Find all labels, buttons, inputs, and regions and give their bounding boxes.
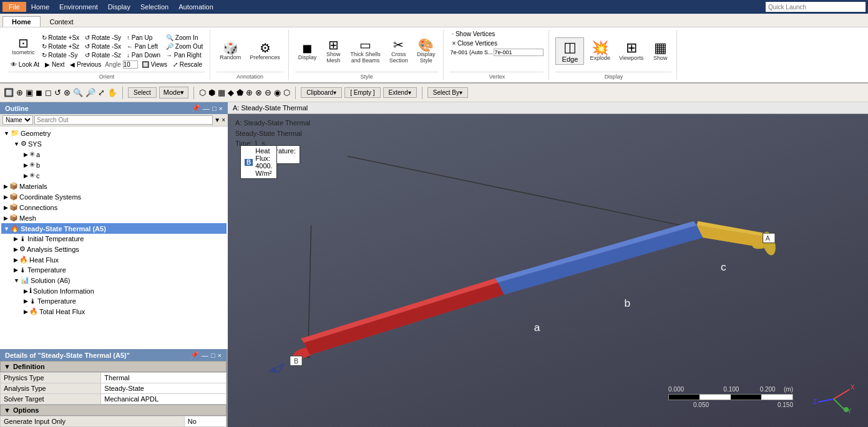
expand-icon-c[interactable]: ▶	[24, 173, 28, 179]
row-value[interactable]: Thermal	[101, 373, 227, 383]
automation-menu[interactable]: Automation	[173, 2, 218, 12]
pan-up-btn[interactable]: ↑ Pan Up	[125, 34, 162, 42]
tree-item-total-heat-flux[interactable]: ▶🔥Total Heat Flux	[1, 306, 227, 317]
sel-icon4[interactable]: ⊗	[255, 88, 262, 97]
look-at-btn[interactable]: 👁 Look At	[9, 60, 41, 69]
row-value[interactable]: Mechanical APDL	[101, 394, 227, 405]
sel-icon5[interactable]: ⊖	[265, 88, 271, 97]
rotate-nsx-btn[interactable]: ↺ Rotate -Sy	[83, 34, 123, 42]
details-pin-btn[interactable]: 📌	[190, 351, 199, 359]
tree-item-solution-a6[interactable]: ▼📊Solution (A6)	[1, 275, 227, 285]
next-btn[interactable]: ▶ Next	[43, 60, 66, 69]
expand-icon-solution-info[interactable]: ▶	[24, 288, 28, 294]
expand-icon-temperature2[interactable]: ▶	[24, 298, 28, 304]
row-value[interactable]: Steady-State	[101, 383, 227, 394]
sel-icon2[interactable]: ⬟	[237, 88, 243, 97]
show-vertices-btn[interactable]: · Show Vertices	[450, 30, 497, 38]
expand-icon-a[interactable]: ▶	[24, 151, 28, 158]
empty-btn[interactable]: [ Empty ]	[344, 87, 380, 98]
tree-item-mesh[interactable]: ▶📦Mesh	[1, 213, 227, 223]
search-clear-icon[interactable]: ×	[222, 117, 225, 123]
viewports-btn[interactable]: ⊞ Viewports	[616, 39, 646, 63]
select-edge-icon[interactable]: ⬢	[208, 88, 215, 97]
details-close-btn[interactable]: ×	[218, 351, 222, 359]
tree-item-temperature2[interactable]: ▶🌡Temperature	[1, 296, 227, 306]
expand-icon-b[interactable]: ▶	[24, 162, 28, 168]
rotate-psy-btn[interactable]: ↻ Rotate -Sy	[40, 51, 82, 59]
random-btn[interactable]: 🎲 Random	[217, 40, 244, 62]
select-vert-icon[interactable]: ⬡	[199, 88, 206, 97]
outline-close-btn[interactable]: ×	[219, 104, 223, 112]
tab-context[interactable]: Context	[41, 16, 83, 27]
select-body-icon[interactable]: ◆	[228, 88, 234, 97]
preferences-btn[interactable]: ⚙ Preferences	[246, 40, 283, 62]
tab-home[interactable]: Home	[2, 16, 41, 27]
angle-input[interactable]	[123, 60, 138, 69]
close-vertices-btn[interactable]: × Close Vertices	[450, 39, 499, 47]
file-menu[interactable]: File	[2, 2, 26, 12]
center-icon[interactable]: ⊛	[64, 88, 71, 97]
pan-icon[interactable]: ✋	[107, 88, 117, 97]
select-toolbar-btn[interactable]: Select	[128, 87, 157, 98]
show-mesh-btn[interactable]: ⊞ ShowMesh	[322, 37, 344, 65]
quick-launch-input[interactable]	[766, 2, 866, 12]
show-btn[interactable]: ▦ Show	[649, 39, 671, 63]
explode-btn[interactable]: 💥 Explode	[587, 39, 613, 63]
tree-item-a[interactable]: ▶✳a	[1, 149, 227, 160]
tree-item-steady-state[interactable]: ▼🔥Steady-State Thermal (A5)	[1, 223, 227, 234]
vertex-input[interactable]	[494, 49, 544, 56]
zoom-box-icon[interactable]: 🔲	[4, 88, 14, 97]
cross-section-btn[interactable]: ✂ CrossSection	[386, 37, 411, 65]
thick-shells-btn[interactable]: ▭ Thick Shellsand Beams	[347, 37, 384, 65]
extend-btn[interactable]: Extend▾	[383, 87, 417, 98]
expand-icon-heat-flux[interactable]: ▶	[14, 257, 18, 263]
wire-icon[interactable]: ◻	[45, 88, 52, 97]
select-face-icon[interactable]: ▦	[218, 88, 225, 97]
fit-icon[interactable]: ⤢	[98, 88, 105, 97]
search-input[interactable]	[34, 115, 213, 125]
rotate-psx-btn[interactable]: ↻ Rotate +Sx	[40, 34, 82, 42]
previous-btn[interactable]: ◀ Previous	[68, 60, 103, 69]
tree-item-materials[interactable]: ▶📦Materials	[1, 181, 227, 191]
tree-item-b[interactable]: ▶✳b	[1, 160, 227, 170]
expand-icon-analysis-settings[interactable]: ▶	[14, 246, 18, 252]
details-min-btn[interactable]: —	[202, 351, 208, 359]
edge-btn[interactable]: ◫ Edge	[555, 37, 584, 65]
expand-icon-geometry[interactable]: ▼	[4, 130, 9, 137]
expand-icon-coord-sys[interactable]: ▶	[4, 194, 8, 200]
tree-item-solution-info[interactable]: ▶ℹSolution Information	[1, 285, 227, 296]
zoom-in-btn[interactable]: 🔍 Zoom In	[164, 34, 205, 42]
display-style-btn[interactable]: 🎨 DisplayStyle	[414, 37, 439, 65]
environment-menu[interactable]: Environment	[54, 2, 103, 12]
expand-icon-total-heat-flux[interactable]: ▶	[24, 309, 28, 315]
expand-icon-solution-a6[interactable]: ▼	[14, 277, 19, 284]
sel-icon6[interactable]: ◉	[274, 88, 281, 97]
tree-item-geometry[interactable]: ▼📁Geometry	[1, 128, 227, 138]
select-by-btn[interactable]: Select By▾	[427, 87, 468, 98]
mode-dropdown[interactable]: Mode▾	[159, 87, 189, 98]
spin-icon[interactable]: ↺	[54, 88, 61, 97]
tree-item-coord-sys[interactable]: ▶📦Coordinate Systems	[1, 191, 227, 202]
outline-pin-btn[interactable]: 📌	[192, 104, 200, 112]
outline-max-btn[interactable]: □	[212, 104, 217, 112]
expand-icon-init-temp[interactable]: ▶	[14, 236, 18, 242]
rotate-psz-btn[interactable]: ↻ Rotate +Sz	[40, 42, 82, 50]
expand-icon-connections[interactable]: ▶	[4, 204, 8, 211]
section-header-options[interactable]: ▼ Options	[0, 405, 227, 416]
expand-icon-mesh[interactable]: ▶	[4, 215, 8, 221]
zoom-plus-icon[interactable]: 🔎	[85, 88, 95, 97]
rotate-nsy-btn[interactable]: ↺ Rotate -Sz	[83, 51, 123, 59]
expand-icon-temperature[interactable]: ▶	[14, 267, 18, 273]
pan-right-btn[interactable]: → Pan Right	[164, 51, 205, 59]
tree-item-sys[interactable]: ▼⚙SYS	[1, 138, 227, 149]
details-max-btn[interactable]: □	[211, 351, 215, 359]
tree-item-connections[interactable]: ▶📦Connections	[1, 202, 227, 213]
sel-icon7[interactable]: ⬡	[283, 88, 290, 97]
zoom-out-btn[interactable]: 🔎 Zoom Out	[164, 42, 205, 50]
sel-icon3[interactable]: ⊕	[246, 88, 253, 97]
box-select-icon[interactable]: ▣	[26, 88, 33, 97]
tree-item-c[interactable]: ▶✳c	[1, 170, 227, 181]
display-menu[interactable]: Display	[103, 2, 135, 12]
outline-min-btn[interactable]: —	[203, 104, 210, 112]
tree-item-init-temp[interactable]: ▶🌡Initial Temperature	[1, 234, 227, 244]
